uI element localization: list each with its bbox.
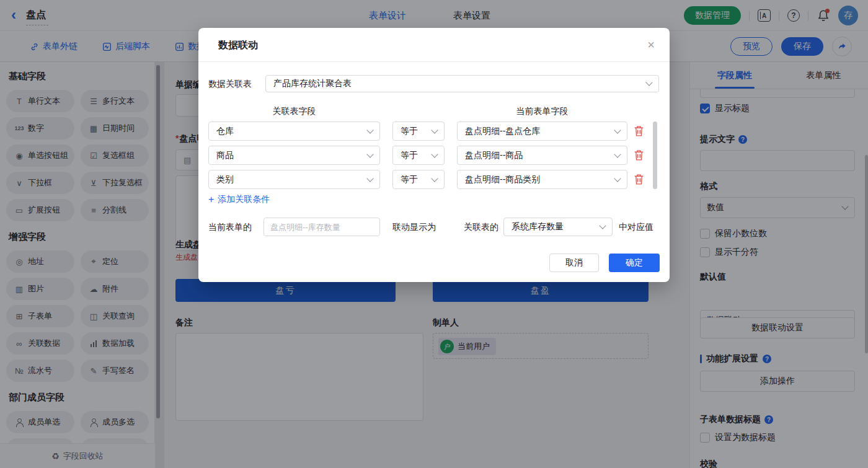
condition-left-select[interactable]: 类别 [208,170,380,189]
suffix-label: 中对应值 [619,218,653,236]
close-icon[interactable]: × [647,37,655,53]
confirm-button[interactable]: 确定 [609,254,660,272]
delete-condition-icon[interactable] [634,125,645,138]
chevron-down-icon [431,151,438,157]
modal-title: 数据联动 [218,39,258,52]
chevron-down-icon [614,175,621,182]
condition-operator-select[interactable]: 等于 [392,170,445,189]
chevron-down-icon [366,126,373,133]
condition-operator-select[interactable]: 等于 [392,146,445,165]
chevron-down-icon [614,151,621,157]
chevron-down-icon [645,79,652,86]
delete-condition-icon[interactable] [634,174,645,186]
condition-left-select[interactable]: 商品 [208,146,380,165]
column-header-right: 当前表单字段 [457,106,627,117]
chevron-down-icon [431,126,438,133]
plus-icon: + [208,195,214,204]
chevron-down-icon [366,151,373,157]
current-form-label: 当前表单的 [208,218,252,236]
condition-right-select[interactable]: 盘点明细--盘点仓库 [457,121,627,141]
modal-header: 数据联动 × [198,28,670,62]
condition-right-select[interactable]: 盘点明细--商品类别 [457,170,627,189]
chevron-down-icon [431,175,438,182]
condition-left-select[interactable]: 仓库 [208,121,380,141]
condition-operator-select[interactable]: 等于 [392,121,445,141]
condition-right-select[interactable]: 盘点明细--商品 [457,146,627,165]
cancel-button[interactable]: 取消 [549,254,599,272]
display-as-label: 联动显示为 [392,218,436,236]
link-table-of-label: 关联表的 [464,218,498,236]
conditions-scrollbar[interactable] [653,121,657,189]
chevron-down-icon [366,175,373,182]
chevron-down-icon [599,222,606,229]
data-linkage-modal: 数据联动 × 数据关联表 产品库存统计聚合表 关联表字段 当前表单字段 仓库 等… [198,28,670,282]
link-field-select[interactable]: 系统库存数量 [503,218,613,236]
add-condition-link[interactable]: + 添加关联条件 [208,194,270,205]
delete-condition-icon[interactable] [634,149,645,162]
column-header-left: 关联表字段 [208,106,380,117]
link-table-select[interactable]: 产品库存统计聚合表 [265,75,659,92]
current-field-input[interactable] [264,218,380,236]
link-table-label: 数据关联表 [208,75,252,92]
chevron-down-icon [614,126,621,133]
